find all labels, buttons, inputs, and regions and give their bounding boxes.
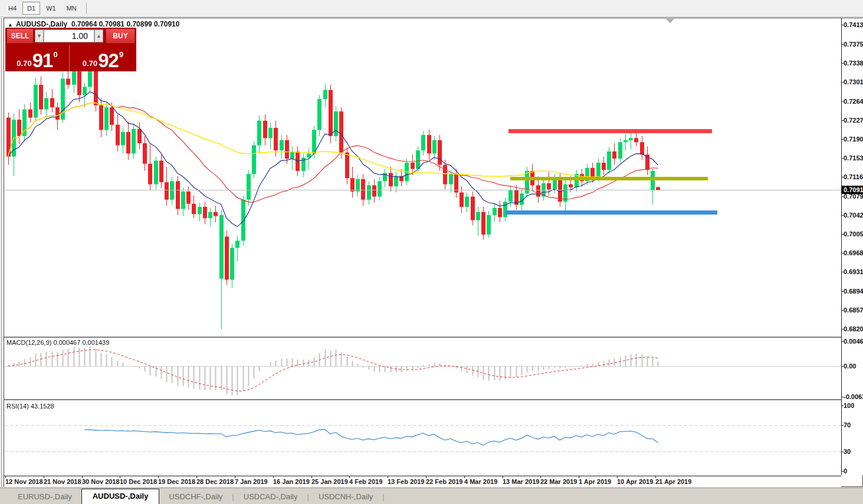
- price-axis-label: 0.69310: [844, 268, 863, 275]
- price-axis-label: 0.72640: [844, 98, 863, 105]
- timeframe-button-h4[interactable]: H4: [4, 2, 21, 15]
- sell-quote-tile[interactable]: 0.70 91 0: [5, 45, 70, 71]
- date-label: 30 Nov 2018: [82, 478, 120, 485]
- date-label: 22 Feb 2019: [426, 478, 462, 485]
- buy-quote-tile[interactable]: 0.70 92 9: [71, 45, 135, 71]
- tab-separator: |: [382, 492, 384, 504]
- date-label: 22 Mar 2019: [540, 478, 577, 485]
- date-label: 19 Dec 2018: [158, 478, 195, 485]
- current-price-tag: 0.70910: [842, 186, 863, 194]
- buy-price-prefix: 0.70: [83, 59, 97, 68]
- volume-decrease-icon[interactable]: ▼: [35, 29, 44, 42]
- timeframe-button-w1[interactable]: W1: [41, 2, 61, 15]
- macd-axis-label: 0.00: [844, 363, 856, 370]
- sell-price-prefix: 0.70: [17, 59, 31, 68]
- macd-axis-label: 0.004694: [844, 338, 863, 345]
- price-axis-label: 0.71530: [844, 154, 863, 162]
- date-label: 28 Dec 2018: [196, 478, 234, 485]
- dock-splitter[interactable]: [1, 18, 2, 487]
- time-axis[interactable]: 12 Nov 201821 Nov 201830 Nov 201810 Dec …: [4, 476, 841, 487]
- buy-button[interactable]: BUY: [106, 28, 135, 44]
- macd-label: MACD(12,26,9) 0.000467 0.001439: [6, 339, 109, 346]
- price-axis-label: 0.69680: [844, 249, 863, 256]
- date-label: 13 Mar 2019: [503, 478, 539, 485]
- date-label: 25 Jan 2019: [311, 478, 348, 485]
- buy-price-big-digits: 92: [98, 52, 119, 70]
- buy-price-pipette: 9: [119, 50, 123, 59]
- rsi-axis-label: 70: [844, 421, 851, 429]
- chart-tab-usdcnh[interactable]: USDCNH-,Daily: [309, 490, 382, 504]
- hline-resistance[interactable]: [508, 129, 712, 133]
- chart-window: ▲AUDUSD-,Daily 0.70964 0.70981 0.70899 0…: [4, 18, 863, 487]
- date-label: 7 Jan 2019: [235, 478, 268, 485]
- panel-separator[interactable]: [4, 399, 841, 401]
- timeframe-button-d1[interactable]: D1: [22, 2, 40, 15]
- date-label: 4 Feb 2019: [349, 478, 382, 485]
- date-label: 21 Nov 2018: [44, 478, 81, 485]
- toolbar-separator: [86, 2, 87, 14]
- chart-ohlc-values: 0.70964 0.70981 0.70899 0.70910: [71, 20, 180, 28]
- rsi-axis-label: 0: [844, 467, 847, 475]
- date-label: 4 Mar 2019: [464, 478, 497, 485]
- price-axis-label: 0.74130: [844, 21, 863, 28]
- sell-price-pipette: 0: [53, 50, 57, 59]
- hline-support[interactable]: [506, 210, 717, 215]
- price-axis-label: 0.70050: [844, 230, 863, 238]
- chart-tab-eurusd[interactable]: EURUSD-,Daily: [8, 490, 81, 504]
- price-axis-label: 0.73380: [844, 60, 863, 67]
- chart-title: ▲AUDUSD-,Daily 0.70964 0.70981 0.70899 0…: [8, 20, 179, 28]
- price-axis-label: 0.73750: [844, 41, 863, 48]
- sell-price-big-digits: 91: [32, 52, 53, 70]
- date-label: 10 Dec 2018: [120, 478, 157, 485]
- price-axis-label: 0.71900: [844, 136, 863, 143]
- chart-symbol-label: AUDUSD-,Daily: [16, 20, 67, 28]
- volume-increase-icon[interactable]: ▲: [94, 29, 103, 42]
- date-label: 1 Apr 2019: [579, 478, 611, 485]
- macd-axis-label: -0.00639: [844, 393, 863, 400]
- timeframe-button-mn[interactable]: MN: [62, 2, 81, 15]
- rsi-axis-label: 30: [844, 448, 851, 455]
- date-label: 12 Nov 2018: [5, 478, 43, 485]
- date-label: 13 Feb 2019: [388, 478, 424, 485]
- price-axis-label: 0.71160: [844, 173, 863, 180]
- date-label: 10 Apr 2019: [617, 478, 653, 485]
- date-label: 21 Apr 2019: [655, 478, 691, 485]
- price-axis-label: 0.68200: [844, 325, 863, 332]
- rsi-indicator-canvas[interactable]: [5, 401, 841, 475]
- one-click-trading-panel: SELL ▼ ▲ BUY 0.70 91 0 0.70 92 9: [5, 28, 136, 71]
- chart-shift-marker-icon[interactable]: [666, 19, 674, 23]
- chart-tab-bar: EURUSD-,DailyAUDUSD-,DailyUSDCHF-,Daily|…: [0, 487, 863, 504]
- price-axis-label: 0.68570: [844, 307, 863, 314]
- timeframe-toolbar: H4 D1 W1 MN: [0, 0, 863, 17]
- chart-tab-usdchf[interactable]: USDCHF-,Daily: [159, 490, 232, 504]
- current-price-line: [5, 190, 841, 190]
- price-axis-label: 0.73010: [844, 78, 863, 85]
- price-axis-label: 0.72270: [844, 117, 863, 124]
- price-axis-label: 0.70420: [844, 212, 863, 219]
- price-axis-label: 0.68940: [844, 288, 863, 295]
- symbol-triangle-icon: ▲: [8, 22, 13, 28]
- chart-tab-audusd[interactable]: AUDUSD-,Daily: [81, 489, 160, 504]
- rsi-label: RSI(14) 43.1528: [6, 403, 54, 410]
- date-label: 16 Jan 2019: [273, 478, 310, 485]
- price-axis[interactable]: 0.741300.737500.733800.730100.726400.722…: [841, 18, 863, 475]
- rsi-axis-label: 100: [844, 402, 854, 409]
- sell-button[interactable]: SELL: [6, 28, 34, 44]
- chart-tab-usdcad[interactable]: USDCAD-,Daily: [234, 490, 307, 504]
- terminal-window: H4 D1 W1 MN ▲AUDUSD-,Daily 0.70964 0.709…: [0, 0, 863, 504]
- volume-input[interactable]: [44, 29, 94, 42]
- macd-indicator-canvas[interactable]: [5, 338, 841, 399]
- hline-mid-support[interactable]: [510, 177, 708, 180]
